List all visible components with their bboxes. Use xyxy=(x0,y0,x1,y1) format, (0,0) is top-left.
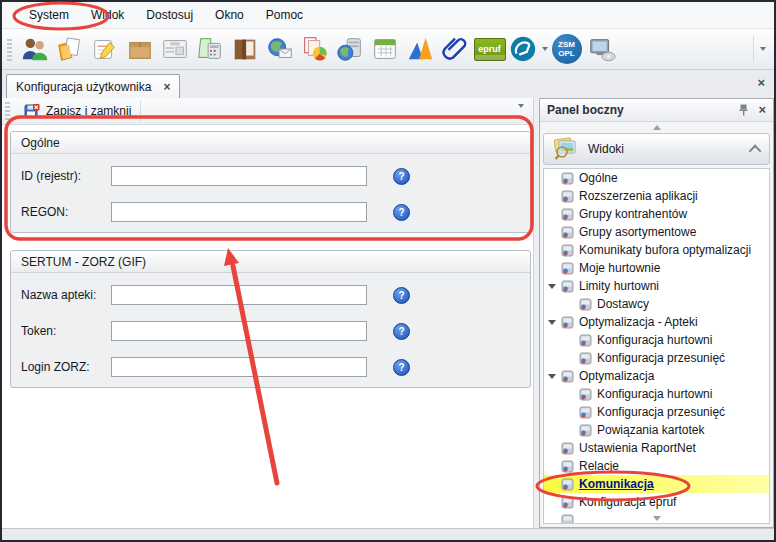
side-panel-titlebar: Panel boczny × xyxy=(540,99,773,122)
users-icon[interactable] xyxy=(17,31,52,67)
connect-dropdown-icon[interactable] xyxy=(542,47,548,51)
attachment-icon[interactable] xyxy=(437,31,472,67)
application-window: System Widok Dostosuj Okno Pomoc xyxy=(0,0,776,542)
zsm-line2: OPL xyxy=(558,49,574,58)
tree-item[interactable]: Konfiguracja hurtowni xyxy=(544,385,769,403)
group-ogolne: Ogólne ID (rejestr): ? REGON: ? xyxy=(10,131,531,233)
tab-close-icon[interactable]: × xyxy=(163,81,170,93)
regon-input[interactable] xyxy=(111,202,367,222)
tree-item[interactable]: Ustawienia RaportNet xyxy=(544,439,769,457)
field-label-token: Token: xyxy=(21,324,111,338)
organizer-icon[interactable] xyxy=(227,31,262,67)
tab-label: Konfiguracja użytkownika xyxy=(16,80,151,94)
menu-pomoc[interactable]: Pomoc xyxy=(255,4,314,26)
computer-icon[interactable] xyxy=(584,31,619,67)
group-title: SERTUM - ZORZ (GIF) xyxy=(11,251,530,273)
save-and-close-button[interactable]: Zapisz i zamknij xyxy=(15,101,141,122)
tree-item[interactable]: Powiązania kartotek xyxy=(544,421,769,439)
expander-icon[interactable] xyxy=(548,320,556,325)
menu-system[interactable]: System xyxy=(18,4,80,26)
tab-strip: Konfiguracja użytkownika × × xyxy=(2,70,774,98)
main-toolbar: epruf ZSM OPL xyxy=(2,29,774,70)
tree-item[interactable]: Konfiguracja przesunięć xyxy=(544,403,769,421)
document-panel: Zapisz i zamknij Ogólne ID (rejestr): ? xyxy=(2,98,534,528)
package-icon[interactable] xyxy=(122,31,157,67)
tree-item[interactable]: Grupy asortymentowe xyxy=(544,223,769,241)
mail-globe-icon[interactable] xyxy=(262,31,297,67)
id-rejestr-input[interactable] xyxy=(111,166,367,186)
reports-pie-icon[interactable] xyxy=(297,31,332,67)
zsm-opl-icon[interactable]: ZSM OPL xyxy=(549,31,584,67)
tree-item[interactable]: Optymalizacja - Apteki xyxy=(544,313,769,331)
tree-item[interactable]: Konfiguracja przesunięć xyxy=(544,349,769,367)
document-area-close-icon[interactable]: × xyxy=(757,75,765,90)
side-panel-title: Panel boczny xyxy=(547,103,624,117)
expander-icon[interactable] xyxy=(548,284,556,289)
panel-scroll-up[interactable] xyxy=(540,122,773,133)
toolbar-grip[interactable] xyxy=(7,37,12,61)
tree-item-komunikacja[interactable]: Komunikacja xyxy=(544,475,769,493)
login-zorz-input[interactable] xyxy=(111,357,367,377)
collapse-chevron-icon[interactable] xyxy=(749,144,762,157)
menu-bar: System Widok Dostosuj Okno Pomoc xyxy=(2,2,774,29)
tree-item[interactable]: Relacje xyxy=(544,457,769,475)
help-icon[interactable]: ? xyxy=(393,287,410,304)
tree-item[interactable]: Optymalizacja xyxy=(544,367,769,385)
zsm-line1: ZSM xyxy=(558,40,575,49)
notepad-icon[interactable] xyxy=(87,31,122,67)
save-icon xyxy=(24,103,40,119)
tree-item[interactable]: Dostawcy xyxy=(544,295,769,313)
field-label-id-rejestr: ID (rejestr): xyxy=(21,169,111,183)
tree-item[interactable]: Komunikaty bufora optymalizacji xyxy=(544,241,769,259)
menu-okno[interactable]: Okno xyxy=(204,4,255,26)
side-panel-close-icon[interactable]: × xyxy=(758,104,766,116)
field-label-regon: REGON: xyxy=(21,205,111,219)
tree-item[interactable]: Konfiguracja epruf xyxy=(544,493,769,511)
help-icon[interactable]: ? xyxy=(393,323,410,340)
epruf-label: epruf xyxy=(478,44,501,54)
toolbar-overflow-button[interactable] xyxy=(753,36,766,62)
views-icon xyxy=(552,136,578,162)
tab-konfiguracja-uzytkownika[interactable]: Konfiguracja użytkownika × xyxy=(6,74,180,98)
help-icon[interactable]: ? xyxy=(393,204,410,221)
group-sertum-zorz: SERTUM - ZORZ (GIF) Nazwa apteki: ? Toke… xyxy=(10,250,531,388)
tree-item[interactable]: Ogólne xyxy=(544,169,769,187)
newspaper-icon[interactable] xyxy=(157,31,192,67)
documents-icon[interactable] xyxy=(52,31,87,67)
nazwa-apteki-input[interactable] xyxy=(111,285,367,305)
save-button-label: Zapisz i zamknij xyxy=(46,104,131,118)
side-panel: Panel boczny × Widoki Ogólne Rozszerzeni… xyxy=(539,98,774,528)
tree-item[interactable]: Limity hurtowni xyxy=(544,277,769,295)
pin-icon[interactable] xyxy=(739,104,748,116)
settings-form: Ogólne ID (rejestr): ? REGON: ? xyxy=(2,125,533,528)
help-icon[interactable]: ? xyxy=(393,359,410,376)
epruf-icon[interactable]: epruf xyxy=(472,31,507,67)
command-bar: Zapisz i zamknij xyxy=(2,98,533,125)
chart-icon[interactable] xyxy=(402,31,437,67)
status-bar xyxy=(2,528,774,540)
group-title: Ogólne xyxy=(11,132,530,154)
tree-item[interactable]: Rozszerzenia aplikacji xyxy=(544,187,769,205)
command-bar-grip[interactable] xyxy=(5,102,10,120)
calendar-icon[interactable] xyxy=(367,31,402,67)
field-label-login-zorz: Login ZORZ: xyxy=(21,360,111,374)
invoice-calculator-icon[interactable] xyxy=(192,31,227,67)
connect-icon[interactable] xyxy=(507,31,549,67)
field-label-nazwa-apteki: Nazwa apteki: xyxy=(21,288,111,302)
views-label: Widoki xyxy=(588,142,624,156)
tree-item[interactable]: Konfiguracja hurtowni xyxy=(544,331,769,349)
tree-scroll-down[interactable] xyxy=(544,516,769,521)
help-icon[interactable]: ? xyxy=(393,168,410,185)
views-group-header[interactable]: Widoki xyxy=(543,133,770,165)
menu-widok[interactable]: Widok xyxy=(80,4,135,26)
command-bar-options-icon[interactable] xyxy=(518,108,524,126)
token-input[interactable] xyxy=(111,321,367,341)
tree-item[interactable]: Moje hurtownie xyxy=(544,259,769,277)
menu-dostosuj[interactable]: Dostosuj xyxy=(135,4,204,26)
web-server-icon[interactable] xyxy=(332,31,367,67)
views-tree: Ogólne Rozszerzenia aplikacji Grupy kont… xyxy=(543,168,770,524)
expander-icon[interactable] xyxy=(548,374,556,379)
tree-item[interactable]: Grupy kontrahentów xyxy=(544,205,769,223)
